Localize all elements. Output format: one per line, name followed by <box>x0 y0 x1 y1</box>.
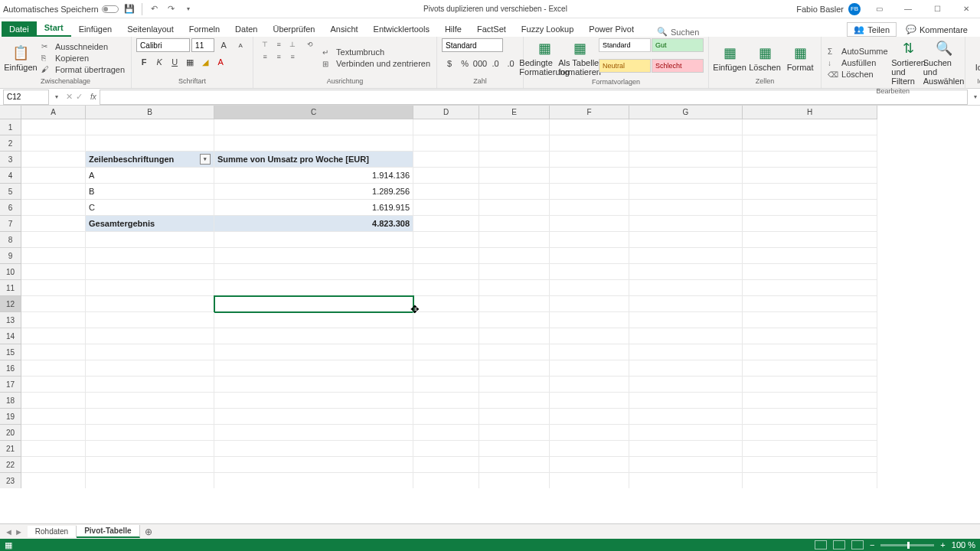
style-neutral[interactable]: Neutral <box>599 59 651 73</box>
align-left-icon[interactable]: ≡ <box>258 51 272 63</box>
qat-customize-icon[interactable]: ▾ <box>182 3 194 15</box>
cell-F19[interactable] <box>550 409 629 425</box>
cell-C5[interactable]: 1.289.256 <box>214 184 413 200</box>
cell-A7[interactable] <box>21 216 86 232</box>
format-cells-button[interactable]: ▦Format <box>784 38 816 77</box>
cell-F2[interactable] <box>550 135 629 152</box>
cell-F21[interactable] <box>550 441 629 457</box>
paste-button[interactable]: 📋 Einfügen <box>5 38 37 77</box>
cell-D3[interactable] <box>413 152 479 168</box>
cell-H2[interactable] <box>743 135 877 152</box>
cell-H10[interactable] <box>743 264 877 280</box>
tab-help[interactable]: Hilfe <box>437 21 469 37</box>
cell-C7[interactable]: 4.823.308 <box>214 216 413 232</box>
cell-D15[interactable] <box>413 344 479 360</box>
cell-H13[interactable] <box>743 312 877 328</box>
undo-icon[interactable]: ↶ <box>149 3 161 15</box>
fx-icon[interactable]: fx <box>87 93 100 101</box>
border-icon[interactable]: ▦ <box>182 55 198 69</box>
cell-C23[interactable] <box>214 473 413 488</box>
share-button[interactable]: 👥 Teilen <box>847 22 897 37</box>
bold-button[interactable]: F <box>136 55 152 69</box>
cell-E2[interactable] <box>479 135 550 152</box>
thousands-icon[interactable]: 000 <box>472 57 488 70</box>
cell-F13[interactable] <box>550 312 629 328</box>
cell-G23[interactable] <box>629 473 743 488</box>
cell-H7[interactable] <box>743 216 877 232</box>
cell-H4[interactable] <box>743 168 877 184</box>
column-header-F[interactable]: F <box>550 106 629 119</box>
row-header-13[interactable]: 13 <box>0 312 21 328</box>
cell-E10[interactable] <box>479 264 550 280</box>
cell-F20[interactable] <box>550 425 629 441</box>
cell-H8[interactable] <box>743 232 877 248</box>
format-painter-button[interactable]: 🖌Format übertragen <box>40 64 126 75</box>
cell-G6[interactable] <box>629 200 743 216</box>
row-header-9[interactable]: 9 <box>0 248 21 264</box>
style-gut[interactable]: Gut <box>652 38 704 52</box>
cell-D22[interactable] <box>413 457 479 473</box>
cell-B13[interactable] <box>86 312 214 328</box>
cell-C3[interactable]: Summe von Umsatz pro Woche [EUR] <box>214 152 413 168</box>
find-select-button[interactable]: 🔍Suchen und Auswählen <box>928 38 960 87</box>
select-all-corner[interactable] <box>0 106 21 119</box>
cell-C1[interactable] <box>214 119 413 135</box>
cell-D21[interactable] <box>413 441 479 457</box>
sort-filter-button[interactable]: ⇅Sortieren und Filtern <box>893 38 925 87</box>
cell-C6[interactable]: 1.619.915 <box>214 200 413 216</box>
row-header-20[interactable]: 20 <box>0 425 21 441</box>
cell-F3[interactable] <box>550 152 629 168</box>
cell-A21[interactable] <box>21 441 86 457</box>
cell-F22[interactable] <box>550 457 629 473</box>
conditional-format-button[interactable]: ▦Bedingte Formatierung <box>528 38 560 78</box>
cell-H21[interactable] <box>743 441 877 457</box>
cell-E22[interactable] <box>479 457 550 473</box>
font-size-combo[interactable]: 11 <box>191 38 214 52</box>
cell-C9[interactable] <box>214 248 413 264</box>
cell-F11[interactable] <box>550 280 629 296</box>
cell-B15[interactable] <box>86 344 214 360</box>
percent-icon[interactable]: % <box>457 57 472 70</box>
orientation-icon[interactable]: ⟲ <box>302 38 318 51</box>
cell-G14[interactable] <box>629 328 743 344</box>
autosum-button[interactable]: ΣAutoSumme <box>826 46 890 57</box>
cell-B10[interactable] <box>86 264 214 280</box>
cell-C17[interactable] <box>214 377 413 393</box>
cell-G20[interactable] <box>629 425 743 441</box>
cell-H1[interactable] <box>743 119 877 135</box>
cell-F4[interactable] <box>550 168 629 184</box>
cell-G16[interactable] <box>629 360 743 377</box>
row-header-14[interactable]: 14 <box>0 328 21 344</box>
align-bottom-icon[interactable]: ⊥ <box>286 38 299 51</box>
fill-button[interactable]: ↓Ausfüllen <box>826 57 890 68</box>
align-right-icon[interactable]: ≡ <box>286 51 299 63</box>
cell-F14[interactable] <box>550 328 629 344</box>
cell-A18[interactable] <box>21 393 86 409</box>
cell-A2[interactable] <box>21 135 86 152</box>
column-header-B[interactable]: B <box>86 106 214 119</box>
cell-H18[interactable] <box>743 393 877 409</box>
clear-button[interactable]: ⌫Löschen <box>826 69 890 80</box>
cell-F12[interactable] <box>550 296 629 312</box>
cell-B16[interactable] <box>86 360 214 377</box>
ribbon-options-icon[interactable]: ▭ <box>868 0 890 18</box>
cell-E1[interactable] <box>479 119 550 135</box>
cell-H20[interactable] <box>743 425 877 441</box>
tab-data[interactable]: Daten <box>227 21 265 37</box>
user-account[interactable]: Fabio Basler FB <box>796 3 861 15</box>
cell-B7[interactable]: Gesamtergebnis <box>86 216 214 232</box>
namebox-dropdown-icon[interactable]: ▾ <box>52 93 61 100</box>
align-top-icon[interactable]: ⊤ <box>258 38 272 51</box>
column-header-E[interactable]: E <box>479 106 550 119</box>
cell-G10[interactable] <box>629 264 743 280</box>
row-header-17[interactable]: 17 <box>0 377 21 393</box>
cell-C19[interactable] <box>214 409 413 425</box>
increase-decimal-icon[interactable]: .0 <box>488 57 503 70</box>
cell-B20[interactable] <box>86 425 214 441</box>
maximize-icon[interactable]: ☐ <box>926 0 948 18</box>
cell-H15[interactable] <box>743 344 877 360</box>
cell-A15[interactable] <box>21 344 86 360</box>
cell-B19[interactable] <box>86 409 214 425</box>
cell-D17[interactable] <box>413 377 479 393</box>
cell-E11[interactable] <box>479 280 550 296</box>
